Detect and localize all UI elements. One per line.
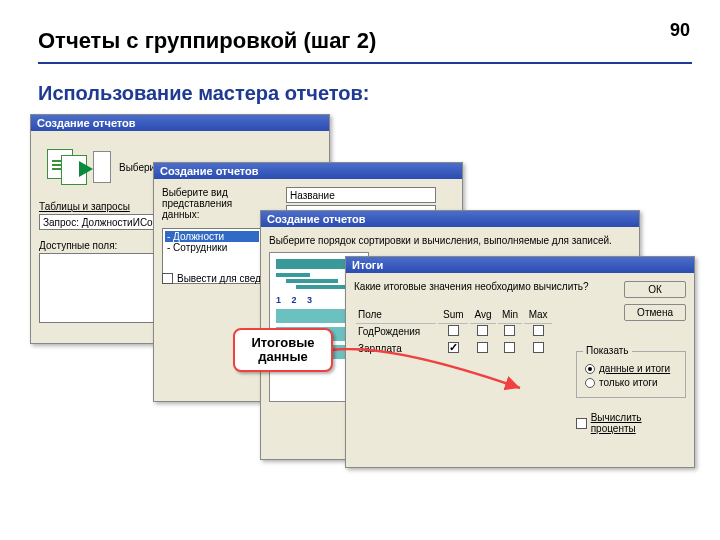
radio-totals-only[interactable]: только итоги xyxy=(585,377,677,388)
ok-button[interactable]: ОК xyxy=(624,281,686,298)
prompt-text: Выберите порядок сортировки и вычисления… xyxy=(269,235,612,246)
dialog-title: Создание отчетов xyxy=(261,211,639,227)
max-checkbox[interactable] xyxy=(533,342,544,353)
radio-data-and-totals[interactable]: данные и итоги xyxy=(585,363,677,374)
max-checkbox[interactable] xyxy=(533,325,544,336)
preview-title-field[interactable]: Название xyxy=(286,187,436,203)
dialog-title: Создание отчетов xyxy=(154,163,462,179)
col-avg: Avg xyxy=(470,308,496,321)
col-max: Max xyxy=(524,308,552,321)
calc-percent-checkbox[interactable]: Вычислить проценты xyxy=(576,412,686,434)
callout-arrow-icon xyxy=(330,348,530,428)
callout-totals: Итоговые данные xyxy=(233,328,333,372)
col-field: Поле xyxy=(356,308,436,321)
prompt-text: Выберите вид представления данных: xyxy=(162,187,272,220)
query-combobox[interactable]: Запрос: ДолжностиИСо xyxy=(39,214,159,230)
slide-title: Отчеты с группировкой (шаг 2) xyxy=(38,28,376,54)
col-sum: Sum xyxy=(438,308,468,321)
avg-checkbox[interactable] xyxy=(477,325,488,336)
slide-subtitle: Использование мастера отчетов: xyxy=(38,82,369,105)
dialog-title: Создание отчетов xyxy=(31,115,329,131)
title-underline xyxy=(38,62,692,64)
sum-checkbox[interactable] xyxy=(448,325,459,336)
cancel-button[interactable]: Отмена xyxy=(624,304,686,321)
col-min: Min xyxy=(498,308,522,321)
available-fields-listbox[interactable] xyxy=(39,253,159,323)
show-group: Показать данные и итоги только итоги xyxy=(576,351,686,398)
list-item[interactable]: - Должности xyxy=(165,231,259,242)
wizard-icon xyxy=(45,143,113,191)
table-row: ГодРождения xyxy=(356,323,552,339)
page-number: 90 xyxy=(670,20,690,41)
min-checkbox[interactable] xyxy=(504,325,515,336)
list-item[interactable]: - Сотрудники xyxy=(165,242,259,253)
dialog-title: Итоги xyxy=(346,257,694,273)
